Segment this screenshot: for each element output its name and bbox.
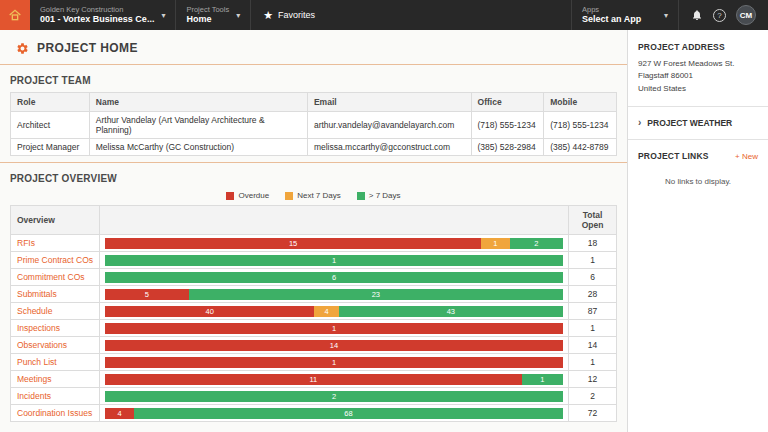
overview-total-cell: 1 — [569, 320, 617, 337]
company-selector[interactable]: Golden Key Construction 001 - Vortex Bus… — [30, 0, 176, 30]
stacked-bar: 40443 — [105, 306, 563, 317]
overview-tool-link[interactable]: Coordination Issues — [17, 408, 92, 418]
right-sidebar: PROJECT ADDRESS 927 W Forest Meadows St.… — [627, 30, 768, 432]
overview-table-body: RFIs151218Prime Contract COs11Commitment… — [11, 235, 617, 422]
bar-segment-overdue: 5 — [105, 289, 189, 300]
overview-tool-link[interactable]: RFIs — [17, 238, 35, 248]
chevron-down-icon: ▾ — [236, 11, 240, 20]
project-weather-title: PROJECT WEATHER — [647, 118, 732, 128]
sidebar-divider — [628, 139, 768, 140]
bar-segment-overdue: 14 — [105, 340, 563, 351]
company-logo[interactable] — [0, 0, 30, 30]
overview-bar-cell: 468 — [100, 405, 569, 422]
bar-segment-overdue: 1 — [105, 323, 563, 334]
apps-selector-label: Apps — [582, 5, 641, 14]
new-link-button[interactable]: + New — [735, 152, 758, 161]
legend-swatch — [226, 192, 234, 200]
project-overview-title: PROJECT OVERVIEW — [10, 173, 617, 184]
overview-tool-link[interactable]: Observations — [17, 340, 67, 350]
team-cell: Melissa McCarthy (GC Construction) — [89, 139, 307, 156]
overview-bar-cell: 1512 — [100, 235, 569, 252]
stacked-bar: 1512 — [105, 238, 563, 249]
overview-col-label: Overview — [11, 206, 100, 235]
overview-bar-cell: 14 — [100, 337, 569, 354]
topbar-icons: ? CM — [679, 0, 768, 30]
overview-tool-link[interactable]: Prime Contract COs — [17, 255, 93, 265]
project-address-title: PROJECT ADDRESS — [638, 42, 758, 52]
overview-label-cell: Incidents — [11, 388, 100, 405]
project-overview-table: Overview Total Open RFIs151218Prime Cont… — [10, 205, 617, 422]
stacked-bar: 2 — [105, 391, 563, 402]
overview-tool-link[interactable]: Schedule — [17, 306, 52, 316]
legend-label: > 7 Days — [369, 191, 401, 200]
main-content: PROJECT HOME PROJECT TEAM Role Name Emai… — [0, 30, 627, 432]
overview-label-cell: Observations — [11, 337, 100, 354]
overview-tool-link[interactable]: Punch List — [17, 357, 57, 367]
gear-icon[interactable] — [16, 42, 29, 55]
overview-bar-cell: 2 — [100, 388, 569, 405]
bar-segment-overdue: 4 — [105, 408, 134, 419]
overview-label-cell: Meetings — [11, 371, 100, 388]
project-links-header: PROJECT LINKS + New — [638, 151, 758, 161]
topbar: Golden Key Construction 001 - Vortex Bus… — [0, 0, 768, 30]
help-icon[interactable]: ? — [713, 9, 726, 22]
team-table-body: ArchitectArthur Vandelay (Art Vandelay A… — [11, 112, 617, 156]
bar-segment-overdue: 1 — [105, 357, 563, 368]
overview-row: Meetings11112 — [11, 371, 617, 388]
apps-selector-value: Select an App — [582, 14, 641, 25]
team-cell: Project Manager — [11, 139, 90, 156]
star-icon: ★ — [263, 10, 273, 21]
overview-tool-link[interactable]: Incidents — [17, 391, 51, 401]
overview-total-cell: 28 — [569, 286, 617, 303]
user-avatar[interactable]: CM — [736, 5, 756, 25]
overview-label-cell: Punch List — [11, 354, 100, 371]
favorites-button[interactable]: ★ Favorites — [251, 0, 327, 30]
overview-tool-link[interactable]: Inspections — [17, 323, 60, 333]
bar-segment-later: 2 — [510, 238, 563, 249]
overview-row: Incidents22 — [11, 388, 617, 405]
bar-segment-later: 68 — [134, 408, 563, 419]
project-tools-selector[interactable]: Project Tools Home ▾ — [176, 0, 251, 30]
legend-item: > 7 Days — [357, 191, 401, 200]
overview-row: Observations1414 — [11, 337, 617, 354]
project-tools-label: Project Tools — [186, 5, 229, 14]
overview-total-cell: 6 — [569, 269, 617, 286]
no-links-message: No links to display. — [638, 177, 758, 186]
section-divider — [0, 64, 627, 65]
overview-row: Submittals52328 — [11, 286, 617, 303]
topbar-spacer — [327, 0, 571, 30]
project-links-title: PROJECT LINKS — [638, 151, 709, 161]
overview-label-cell: Inspections — [11, 320, 100, 337]
overview-total-cell: 1 — [569, 354, 617, 371]
project-weather-toggle[interactable]: › PROJECT WEATHER — [638, 118, 758, 128]
team-cell: melissa.mccarthy@gcconstruct.com — [307, 139, 471, 156]
overview-bar-cell: 1 — [100, 320, 569, 337]
legend-label: Next 7 Days — [297, 191, 341, 200]
overview-tool-link[interactable]: Submittals — [17, 289, 57, 299]
overview-bar-cell: 1 — [100, 252, 569, 269]
page-title: PROJECT HOME — [37, 41, 138, 55]
overview-bar-cell: 111 — [100, 371, 569, 388]
overview-total-cell: 14 — [569, 337, 617, 354]
page-header: PROJECT HOME — [0, 30, 627, 64]
legend-swatch — [285, 192, 293, 200]
bar-segment-later: 23 — [189, 289, 563, 300]
chevron-down-icon: ▾ — [161, 11, 165, 20]
overview-tool-link[interactable]: Meetings — [17, 374, 52, 384]
overview-total-cell: 12 — [569, 371, 617, 388]
company-selector-label: Golden Key Construction — [40, 5, 154, 14]
overview-label-cell: Prime Contract COs — [11, 252, 100, 269]
team-cell: (718) 555-1234 — [471, 112, 544, 139]
overview-label-cell: Commitment COs — [11, 269, 100, 286]
bell-icon[interactable] — [691, 9, 703, 21]
overview-row: Commitment COs66 — [11, 269, 617, 286]
team-row: Project ManagerMelissa McCarthy (GC Cons… — [11, 139, 617, 156]
overview-row: RFIs151218 — [11, 235, 617, 252]
apps-selector[interactable]: Apps Select an App ▾ — [571, 0, 679, 30]
bar-segment-next7: 1 — [481, 238, 510, 249]
stacked-bar: 14 — [105, 340, 563, 351]
overview-tool-link[interactable]: Commitment COs — [17, 272, 85, 282]
bar-segment-later: 6 — [105, 272, 563, 283]
chevron-right-icon: › — [638, 118, 641, 128]
overview-row: Coordination Issues46872 — [11, 405, 617, 422]
